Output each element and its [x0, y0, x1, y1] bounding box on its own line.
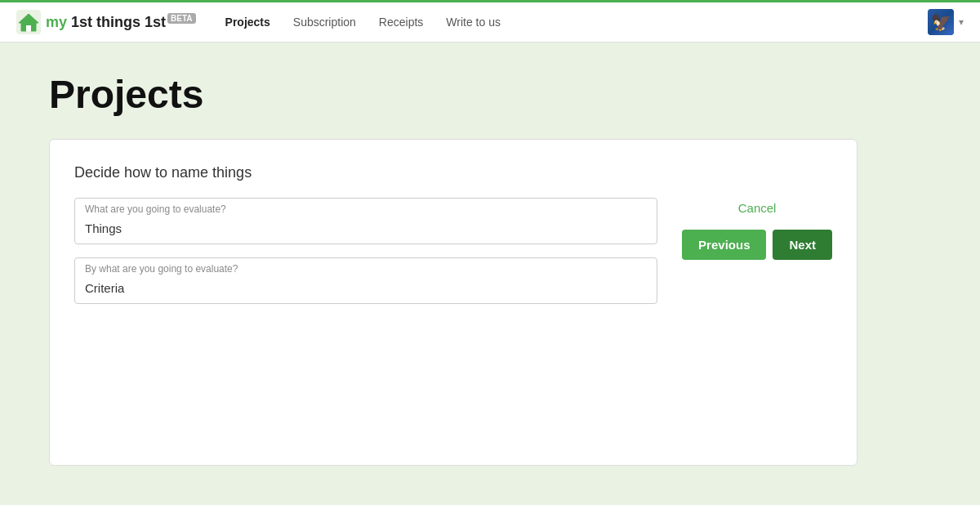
navbar: my 1st things 1stBETA Projects Subscript… — [0, 0, 980, 42]
form-fields: What are you going to evaluate? By what … — [74, 198, 657, 317]
user-avatar[interactable] — [928, 9, 954, 35]
avatar-image — [928, 9, 954, 35]
next-button[interactable]: Next — [773, 230, 832, 260]
form-group-things: What are you going to evaluate? — [74, 198, 657, 244]
field2-label: By what are you going to evaluate? — [75, 258, 657, 276]
nav-buttons: Previous Next — [682, 230, 832, 260]
brand-text: my 1st things 1stBETA — [46, 14, 196, 31]
user-dropdown-arrow[interactable]: ▾ — [959, 16, 964, 28]
field2-input[interactable] — [75, 276, 657, 303]
form-layout: What are you going to evaluate? By what … — [74, 198, 832, 317]
home-icon — [16, 10, 41, 34]
form-card-title: Decide how to name things — [74, 164, 832, 181]
nav-links: Projects Subscription Receipts Write to … — [216, 11, 928, 34]
nav-item-projects[interactable]: Projects — [216, 11, 280, 34]
form-group-criteria: By what are you going to evaluate? — [74, 257, 657, 304]
nav-item-write-to-us[interactable]: Write to us — [436, 11, 510, 34]
field1-label: What are you going to evaluate? — [75, 199, 657, 217]
form-actions: Cancel Previous Next — [682, 198, 832, 260]
navbar-right: ▾ — [928, 9, 964, 35]
input-wrapper-things: What are you going to evaluate? — [74, 198, 657, 244]
page-title: Projects — [49, 75, 931, 114]
main-content: Projects Decide how to name things What … — [0, 42, 980, 498]
form-card: Decide how to name things What are you g… — [49, 139, 858, 466]
cancel-button[interactable]: Cancel — [732, 198, 783, 218]
input-wrapper-criteria: By what are you going to evaluate? — [74, 257, 657, 304]
nav-item-subscription[interactable]: Subscription — [283, 11, 366, 34]
previous-button[interactable]: Previous — [682, 230, 766, 260]
field1-input[interactable] — [75, 217, 657, 244]
svg-rect-2 — [26, 25, 31, 31]
brand: my 1st things 1stBETA — [16, 10, 196, 34]
nav-item-receipts[interactable]: Receipts — [369, 11, 433, 34]
